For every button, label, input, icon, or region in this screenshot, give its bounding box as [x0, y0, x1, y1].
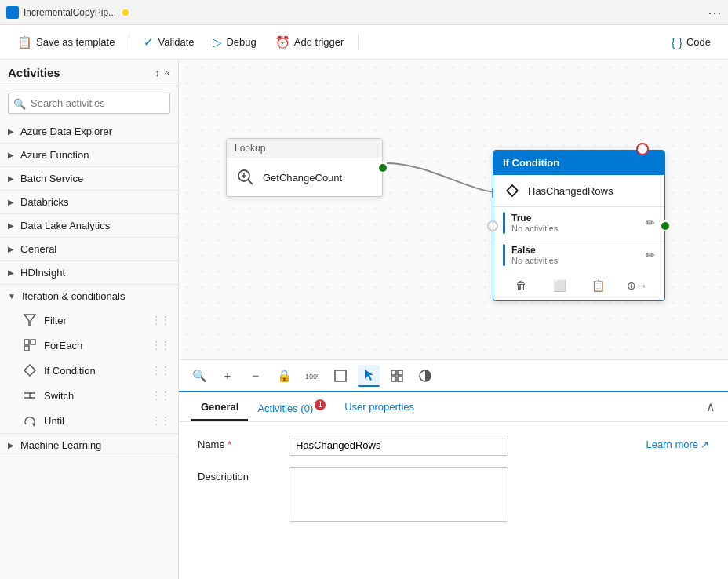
sidebar-group-header-data-lake-analytics[interactable]: ▶ Data Lake Analytics	[0, 214, 178, 237]
if-copy-button[interactable]: 📋	[588, 275, 609, 296]
true-branch-edit-icon[interactable]: ✏	[646, 217, 655, 229]
sidebar-item-filter[interactable]: Filter ⋮⋮	[0, 308, 178, 333]
lookup-node-header: Lookup	[227, 139, 382, 158]
group-label: Data Lake Analytics	[20, 220, 110, 231]
arrow-icon: ▶	[8, 268, 14, 277]
description-input[interactable]	[289, 467, 508, 522]
if-delete-button[interactable]: 🗑	[511, 275, 531, 296]
true-branch-sub: No activities	[511, 224, 646, 233]
add-trigger-label: Add trigger	[294, 36, 344, 48]
arrow-icon: ▼	[8, 292, 16, 300]
sidebar-item-if-condition[interactable]: If Condition ⋮⋮	[0, 358, 178, 383]
arrow-icon: ▶	[8, 441, 14, 450]
sidebar-group-header-batch-service[interactable]: ▶ Batch Service	[0, 167, 178, 190]
if-connect-button[interactable]: ⊕→	[627, 275, 647, 296]
if-expand-button[interactable]: ⬜	[549, 275, 570, 296]
canvas-contrast-button[interactable]	[414, 365, 436, 387]
if-node-connector-top	[636, 143, 649, 155]
sidebar-title: Activities	[8, 66, 155, 79]
tab-activities[interactable]: Activities (0)1	[248, 393, 335, 422]
activities-tab-label: Activities (0)	[257, 402, 313, 413]
if-condition-label: If Condition	[44, 365, 96, 377]
sidebar-item-switch[interactable]: Switch ⋮⋮	[0, 383, 178, 408]
name-label: Name *	[198, 435, 276, 450]
false-branch-bar	[503, 244, 505, 266]
sidebar-group-header-machine-learning[interactable]: ▶ Machine Learning	[0, 434, 178, 457]
group-label: HDInsight	[20, 267, 65, 279]
save-template-icon: 📋	[17, 35, 32, 49]
canvas-search-button[interactable]: 🔍	[188, 365, 210, 387]
sidebar-filter-icon[interactable]: ↕	[155, 67, 160, 78]
sidebar-group-header-azure-function[interactable]: ▶ Azure Function	[0, 144, 178, 166]
group-label: Databricks	[20, 196, 68, 208]
canvas-grid-button[interactable]	[386, 365, 408, 387]
filter-label: Filter	[44, 315, 67, 326]
svg-marker-0	[24, 315, 35, 326]
debug-label: Debug	[226, 36, 256, 48]
drag-handle-icon: ⋮⋮	[151, 390, 170, 401]
activities-badge: 1	[315, 399, 326, 410]
canvas-add-button[interactable]: +	[217, 365, 238, 387]
canvas-area: Lookup GetChangeCount If Condition	[179, 60, 728, 579]
until-label: Until	[44, 415, 64, 427]
arrow-icon: ▶	[8, 127, 14, 136]
code-button[interactable]: { } Code	[664, 31, 719, 53]
learn-more-text: Learn more	[646, 439, 698, 450]
debug-button[interactable]: ▷ Debug	[205, 31, 264, 53]
arrow-icon: ▶	[8, 221, 14, 230]
canvas-lock-button[interactable]: 🔒	[273, 365, 295, 387]
sidebar-item-foreach[interactable]: ForEach ⋮⋮	[0, 333, 178, 358]
bottom-panel: General Activities (0)1 User properties …	[179, 391, 728, 579]
sidebar-group-header-general[interactable]: ▶ General	[0, 238, 178, 260]
bottom-panel-collapse-button[interactable]: ∧	[706, 399, 715, 414]
canvas-remove-button[interactable]: −	[245, 365, 267, 387]
name-input[interactable]	[289, 435, 508, 456]
sidebar-group-header-azure-data-explorer[interactable]: ▶ Azure Data Explorer	[0, 120, 178, 143]
bottom-panel-content: Name * Description Learn more ↗	[179, 422, 728, 579]
if-condition-node[interactable]: If Condition HasChangedRows True No acti…	[493, 150, 665, 301]
filter-icon	[22, 312, 38, 328]
tab-user-properties[interactable]: User properties	[335, 395, 424, 421]
code-icon: { }	[672, 35, 682, 49]
svg-rect-11	[335, 370, 346, 381]
canvas-100-button[interactable]: 100%	[301, 365, 323, 387]
sidebar-group-batch-service: ▶ Batch Service	[0, 167, 178, 191]
lookup-node[interactable]: Lookup GetChangeCount	[226, 138, 383, 197]
add-trigger-button[interactable]: ⏰ Add trigger	[268, 31, 352, 53]
more-options-icon[interactable]: ⋯	[708, 4, 722, 21]
arrow-icon: ▶	[8, 151, 14, 159]
title-text: IncrementalCopyPip...	[24, 7, 116, 18]
learn-more-link[interactable]: Learn more ↗	[646, 439, 709, 450]
svg-rect-16	[398, 377, 402, 381]
foreach-label: ForEach	[44, 340, 82, 351]
bottom-panel-tabs: General Activities (0)1 User properties …	[179, 392, 728, 422]
lookup-node-body: GetChangeCount	[227, 158, 382, 196]
sidebar-group-header-databricks[interactable]: ▶ Databricks	[0, 191, 178, 213]
sidebar-group-header-iteration[interactable]: ▼ Iteration & conditionals	[0, 285, 178, 308]
form-container: Name * Description	[198, 435, 628, 533]
search-icon: 🔍	[13, 97, 26, 109]
lookup-node-name: GetChangeCount	[263, 172, 342, 184]
description-label: Description	[198, 467, 276, 482]
sidebar-group-header-hdinsight[interactable]: ▶ HDInsight	[0, 261, 178, 284]
sidebar-item-until[interactable]: Until ⋮⋮	[0, 408, 178, 433]
sidebar-collapse-icon[interactable]: «	[165, 67, 170, 78]
search-input[interactable]	[8, 93, 170, 114]
switch-icon	[22, 388, 38, 403]
tab-general[interactable]: General	[191, 395, 248, 421]
app-icon	[6, 6, 19, 19]
switch-label: Switch	[44, 390, 74, 402]
svg-rect-1	[24, 340, 29, 344]
main-layout: Activities ↕ « 🔍 ▶ Azure Data Explorer ▶…	[0, 60, 728, 579]
canvas[interactable]: Lookup GetChangeCount If Condition	[179, 60, 728, 359]
group-label: Batch Service	[20, 173, 83, 184]
required-indicator: *	[228, 439, 231, 450]
lookup-header-label: Lookup	[235, 143, 265, 154]
group-label: General	[20, 243, 56, 255]
canvas-fit-button[interactable]	[329, 365, 351, 387]
canvas-cursor-button[interactable]	[358, 365, 380, 387]
svg-line-7	[248, 180, 253, 184]
save-template-button[interactable]: 📋 Save as template	[9, 31, 122, 53]
false-branch-edit-icon[interactable]: ✏	[646, 249, 655, 261]
validate-button[interactable]: ✓ Validate	[136, 31, 202, 53]
